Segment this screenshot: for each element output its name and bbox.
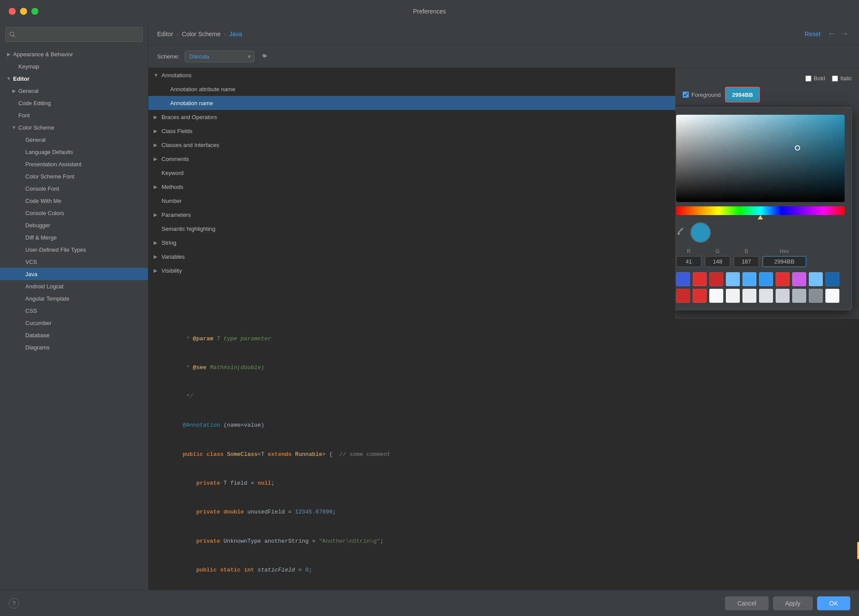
foreground-input[interactable] [683,92,689,98]
bold-checkbox[interactable]: Bold [805,75,825,82]
sidebar-item-label: Debugger [25,222,144,229]
help-button[interactable]: ? [9,598,19,609]
sidebar-item-cs-general[interactable]: General [0,133,148,146]
sidebar-item-color-scheme[interactable]: ▼ Color Scheme [0,121,148,133]
italic-input[interactable] [832,75,838,82]
sidebar-item-console-font[interactable]: Console Font [0,182,148,195]
gear-button[interactable] [260,51,268,62]
ct-item-keyword[interactable]: Keyword [148,166,675,180]
swatch[interactable] [759,272,773,286]
ct-item-variables[interactable]: ▶ Variables [148,250,675,264]
swatch[interactable] [776,272,790,286]
ct-item-visibility[interactable]: ▶ Visibility [148,264,675,277]
foreground-color-swatch[interactable]: 2994BB [725,87,760,103]
sidebar-item-database[interactable]: Database [0,329,148,341]
apply-button[interactable]: Apply [773,596,813,610]
ct-item-label: Comments [161,156,670,162]
scheme-dropdown[interactable]: Darcula Default High contrast [185,51,254,62]
swatch[interactable] [792,272,806,286]
code-line: public class SomeClass<T extends Runnabl… [155,440,852,469]
swatch[interactable] [676,289,690,303]
ok-button[interactable]: OK [817,596,850,610]
sidebar-item-editor[interactable]: ▼ Editor [0,72,148,85]
swatch[interactable] [809,272,823,286]
swatch[interactable] [809,289,823,303]
sidebar-item-vcs[interactable]: VCS [0,256,148,268]
sidebar-item-diagrams[interactable]: Diagrams [0,341,148,353]
chevron-icon [10,112,17,119]
reset-button[interactable]: Reset [804,31,821,38]
sidebar-item-diff-merge[interactable]: Diff & Merge [0,231,148,243]
ct-item-ann-name[interactable]: Annotation name [148,96,675,110]
italic-checkbox[interactable]: Italic [832,75,852,82]
sidebar-item-lang-defaults[interactable]: Language Defaults [0,146,148,158]
sidebar-item-java[interactable]: Java [0,268,148,280]
ct-item-class-fields[interactable]: ▶ Class Fields [148,124,675,138]
sidebar-item-debugger[interactable]: Debugger [0,219,148,231]
sidebar-item-presentation[interactable]: Presentation Assistant [0,158,148,170]
ct-item-label: Number [161,198,670,204]
eyedropper-button[interactable] [676,227,685,238]
swatch[interactable] [742,289,756,303]
ct-item-classes-interfaces[interactable]: ▶ Classes and Interfaces [148,138,675,152]
scheme-select-wrapper[interactable]: Darcula Default High contrast [185,51,254,62]
ct-item-number[interactable]: Number [148,194,675,208]
swatch[interactable] [676,272,690,286]
swatch[interactable] [726,272,740,286]
swatch[interactable] [825,289,839,303]
sidebar-item-code-editing[interactable]: Code Editing [0,97,148,109]
b-input[interactable] [734,256,759,267]
swatch[interactable] [742,272,756,286]
sidebar-item-angular[interactable]: Angular Template [0,292,148,305]
color-gradient[interactable] [676,115,845,202]
r-input[interactable] [676,256,701,267]
back-button[interactable]: ← [826,28,837,39]
ct-item-methods[interactable]: ▶ Methods [148,180,675,194]
ct-item-annotations[interactable]: ▼ Annotations [148,68,675,82]
search-box[interactable] [5,27,143,42]
foreground-checkbox[interactable]: Foreground [683,92,721,98]
ct-item-semantic-hl[interactable]: Semantic highlighting [148,222,675,236]
sidebar-item-appearance[interactable]: ▶ Appearance & Behavior [0,48,148,60]
code-default: unusedField = [244,509,295,515]
sidebar-item-general[interactable]: ▶ General [0,85,148,97]
close-button[interactable] [9,8,16,15]
hue-strip[interactable] [676,206,845,215]
hex-input[interactable] [763,256,806,267]
swatch[interactable] [709,289,723,303]
bold-input[interactable] [805,75,811,82]
sidebar-item-keymap[interactable]: Keymap [0,60,148,72]
sidebar-item-android-logcat[interactable]: Android Logcat [0,280,148,292]
swatch[interactable] [792,289,806,303]
search-input[interactable] [18,31,139,38]
ct-item-parameters[interactable]: ▶ Parameters [148,208,675,222]
swatch[interactable] [825,272,839,286]
swatch[interactable] [726,289,740,303]
swatch[interactable] [693,289,707,303]
ct-item-label: Methods [161,184,670,190]
sidebar-item-font[interactable]: Font [0,109,148,121]
chevron-icon: ▶ [154,212,161,218]
sidebar-item-code-with-me[interactable]: Code With Me [0,195,148,207]
cancel-button[interactable]: Cancel [725,596,769,610]
sidebar-item-user-defined[interactable]: User-Defined File Types [0,243,148,256]
ct-item-string[interactable]: ▶ String [148,236,675,250]
ct-item-ann-attr-name[interactable]: Annotation attribute name [148,82,675,96]
sidebar-item-console-colors[interactable]: Console Colors [0,207,148,219]
sidebar-item-cs-font[interactable]: Color Scheme Font [0,170,148,182]
swatch[interactable] [693,272,707,286]
swatch[interactable] [759,289,773,303]
maximize-button[interactable] [31,8,38,15]
ct-item-braces[interactable]: ▶ Braces and Operators [148,110,675,124]
chevron-icon: ▶ [154,142,161,148]
g-input[interactable] [705,256,730,267]
code-italic: staticField [258,567,295,573]
swatch[interactable] [776,289,790,303]
ct-item-comments[interactable]: ▶ Comments [148,152,675,166]
minimize-button[interactable] [20,8,27,15]
forward-button[interactable]: → [839,28,850,39]
sidebar-item-css[interactable]: CSS [0,305,148,317]
swatch[interactable] [709,272,723,286]
sidebar-item-cucumber[interactable]: Cucumber [0,317,148,329]
code-default [254,567,258,573]
